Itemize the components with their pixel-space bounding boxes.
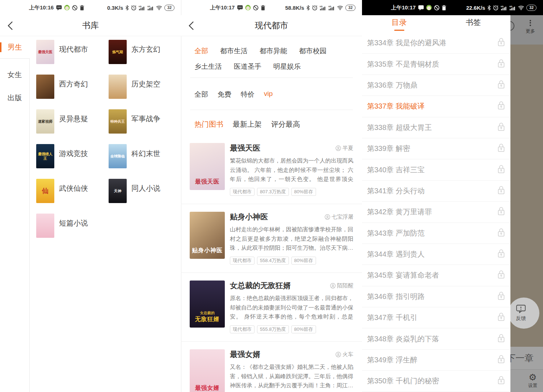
genre-filter-city-power[interactable]: 都市异能 (260, 46, 287, 56)
book-tag-retention: 80%留存 (291, 257, 316, 265)
feedback-bubble-icon (516, 305, 526, 315)
chapter-list-item[interactable]: 第350章 千机门的秘密 (362, 371, 510, 392)
lock-icon (497, 228, 505, 239)
chapter-title: 第349章 浮生醉 (367, 355, 497, 365)
book-list: 最强天医 最强天医 半夏 繁花似锦的大都市，居然会因为一个人的出现而风云涌动。 … (181, 135, 362, 392)
category-item[interactable]: 历史架空 (109, 75, 181, 109)
settings-label: 设置 (528, 383, 537, 389)
price-filter-vip[interactable]: vip (264, 90, 273, 99)
chapter-list-item[interactable]: 第340章 吉祥三宝 (362, 159, 510, 180)
category-cover-image: 特种兵王 (109, 109, 127, 134)
price-filter-all[interactable]: 全部 (194, 90, 208, 99)
drawer-tab[interactable]: 目录 (362, 15, 436, 33)
sort-tab-newest[interactable]: 最新上架 (233, 119, 262, 129)
feedback-label: 反馈 (516, 315, 526, 322)
trash-icon (80, 5, 84, 10)
author-person-icon (336, 352, 341, 357)
svg-text:HD: HD (501, 5, 504, 7)
category-item[interactable]: 短篇小说 (36, 214, 109, 248)
category-item[interactable]: 炼气期 东方玄幻 (109, 40, 181, 75)
genre-filter-city-campus[interactable]: 都市校园 (299, 46, 327, 56)
book-list-item[interactable]: 最强女婿 最强女婿 火车 又名：《都市之最强女婿》婚礼第二天，他被人陷害，锒铛入… (181, 342, 362, 392)
price-filter-discount[interactable]: 特价 (241, 90, 254, 99)
book-cover-image: 贴身小神医 (190, 212, 225, 259)
settings-button[interactable]: ⚙ 设置 (528, 372, 537, 389)
bluetooth-icon (487, 5, 491, 10)
lock-icon (497, 164, 505, 176)
chapter-list-item[interactable]: 第337章 我能破译 (362, 96, 510, 117)
more-button[interactable]: 更多 (526, 19, 535, 34)
signal-hd-icon-2: HD (147, 5, 154, 10)
chapter-list-item[interactable]: 第335章 不是青铜材质 (362, 54, 510, 75)
more-label: 更多 (526, 28, 535, 34)
svg-text:HD: HD (139, 5, 142, 7)
back-button[interactable] (5, 20, 16, 31)
category-item[interactable]: 最强天医 现代都市 (36, 40, 109, 75)
chapter-list-item[interactable]: 第334章 我是你的避风港 (362, 33, 510, 54)
category-cover-image: 全球降临 (109, 144, 127, 168)
genre-filter-all[interactable]: 全部 (194, 46, 208, 56)
book-list-item[interactable]: 最强天医 最强天医 半夏 繁花似锦的大都市，居然会因为一个人的出现而风云涌动。 … (181, 135, 362, 204)
active-tab-underline (468, 30, 479, 31)
next-chapter-button[interactable]: 下一章 (506, 347, 534, 369)
chapter-list-item[interactable]: 第348章 炎焱乳的下落 (362, 328, 510, 349)
chapter-list-item[interactable]: 第345章 宴请算命老者 (362, 265, 510, 286)
chapter-list-item[interactable]: 第342章 黄万里请罪 (362, 202, 510, 223)
page-title: 现代都市 (255, 20, 288, 31)
chapter-list-item[interactable]: 第338章 超级大胃王 (362, 117, 510, 138)
price-filter-free[interactable]: 免费 (218, 90, 231, 99)
category-item[interactable]: 特种兵王 军事战争 (109, 109, 181, 144)
drawer-tab-label: 书签 (466, 17, 481, 28)
chapter-list-item[interactable]: 第349章 浮生醉 (362, 350, 510, 371)
genre-filter-celebrity[interactable]: 明星娱乐 (273, 62, 301, 71)
svg-text:HD: HD (320, 5, 323, 7)
book-tag-retention: 80%留存 (291, 325, 316, 333)
chapter-list-item[interactable]: 第343章 严加防范 (362, 223, 510, 244)
sidebar-item-female[interactable]: 女生 (0, 63, 29, 86)
lock-icon (497, 143, 505, 154)
book-tag-genre: 现代都市 (230, 257, 254, 265)
chapter-title: 第348章 炎焱乳的下落 (367, 334, 497, 344)
category-cover-image: 炼气期 (109, 40, 127, 64)
back-button[interactable] (186, 20, 197, 31)
book-description: 繁花似锦的大都市，居然会因为一个人的出现而风云涌动。 六年前，他走的时候不带一丝… (230, 156, 353, 184)
feedback-floating-button[interactable]: 反馈 (508, 298, 539, 329)
toc-tab-bar: 目录 书签 (362, 15, 510, 33)
signal-hd-icon-1: HD (501, 5, 507, 10)
chapter-list-item[interactable]: 第339章 解密 (362, 138, 510, 159)
lock-icon (497, 312, 505, 323)
battery-indicator: 32 (526, 5, 536, 11)
category-label: 东方玄幻 (131, 45, 160, 54)
category-item[interactable]: 仙 武侠仙侠 (36, 179, 109, 214)
category-item[interactable]: 天神 同人小说 (109, 179, 181, 214)
sort-tab-rating[interactable]: 评分最高 (271, 119, 300, 129)
lock-icon (497, 206, 505, 218)
block-mode-icon (72, 5, 77, 10)
sidebar-item-male[interactable]: 男生 (0, 42, 30, 52)
genre-filter-city-life[interactable]: 都市生活 (220, 46, 248, 56)
book-cover-title-text: 最强女婿 (195, 384, 220, 392)
genre-filter-medical[interactable]: 医道圣手 (234, 62, 261, 71)
chapter-list-item[interactable]: 第344章 遇到贵人 (362, 244, 510, 265)
chapter-list-item[interactable]: 第347章 千机引 (362, 307, 510, 328)
category-item[interactable]: 道家祖师 灵异悬疑 (36, 109, 109, 144)
book-list-item[interactable]: 贴身小神医 贴身小神医 七宝浮屠 山村走出的少年林树，因被陷害惨遭学校开除，回村… (181, 204, 362, 273)
clock-time: 上午10:17 (210, 4, 235, 11)
sidebar-item-published[interactable]: 出版 (0, 86, 29, 109)
category-panel: 上午10:17 58.8K/s HD HD 32 现代都市 全部 都市生活 都市… (181, 0, 362, 392)
category-item[interactable]: 最强猎人王 游戏竞技 (36, 144, 109, 179)
category-cover-image: 道家祖师 (36, 109, 54, 134)
sort-tab-hot[interactable]: 热门图书 (194, 119, 223, 129)
chapter-list-item[interactable]: 第336章 万物鼎 (362, 75, 510, 96)
book-list-item[interactable]: 女总裁的 无敌狂婿 女总裁的无敌狂婿 陌陌醒 原名：绝色总裁的最强邪医顶级王者，… (181, 273, 362, 342)
category-item[interactable]: 西方奇幻 (36, 75, 109, 109)
chapter-list-item[interactable]: 第341章 分头行动 (362, 181, 510, 202)
chapter-list: 第334章 我是你的避风港 第335章 不是青铜材质 第336章 万物鼎 第33… (362, 33, 510, 392)
chapter-title: 第344章 遇到贵人 (367, 249, 497, 259)
category-item[interactable]: 全球降临 科幻末世 (109, 144, 181, 179)
genre-filter-rural[interactable]: 乡土生活 (194, 62, 222, 71)
category-label: 武侠仙侠 (59, 184, 88, 193)
category-label: 科幻末世 (131, 149, 160, 159)
drawer-tab[interactable]: 书签 (436, 15, 510, 33)
chapter-list-item[interactable]: 第346章 指引明路 (362, 286, 510, 307)
